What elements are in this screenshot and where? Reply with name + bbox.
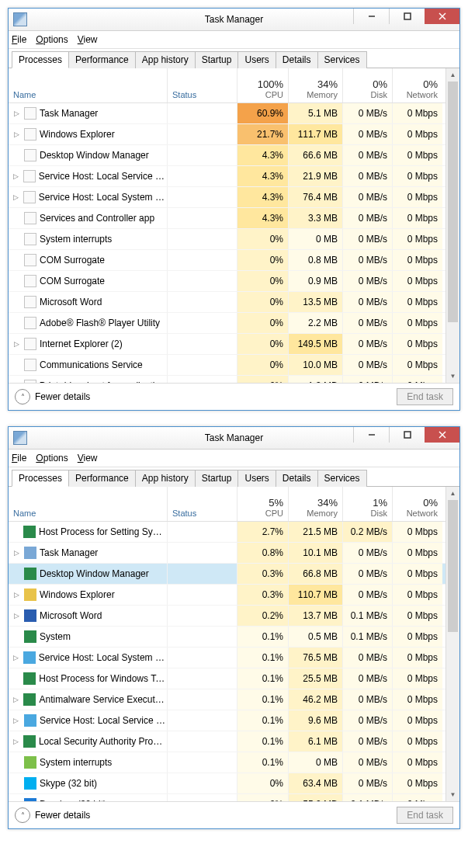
process-row[interactable]: Microsoft Word 0% 13.5 MB 0 MB/s 0 Mbps bbox=[9, 292, 445, 313]
process-row[interactable]: Dropbox (32 bit) 0% 55.0 MB 0.1 MB/s 0 M… bbox=[9, 794, 445, 801]
menu-options[interactable]: Options bbox=[36, 34, 68, 45]
tab-app-history[interactable]: App history bbox=[135, 470, 196, 487]
process-row[interactable]: ▷ Task Manager 60.9% 5.1 MB 0 MB/s 0 Mbp… bbox=[9, 103, 445, 124]
process-row[interactable]: ▷ Local Security Authority Process... 0.… bbox=[9, 731, 445, 752]
tab-users[interactable]: Users bbox=[237, 470, 276, 487]
expand-icon[interactable]: ▷ bbox=[12, 717, 21, 724]
expand-icon[interactable]: ▷ bbox=[12, 193, 20, 201]
col-disk[interactable]: 1% Disk bbox=[343, 487, 393, 521]
fewer-details-button[interactable]: ˄ Fewer details bbox=[15, 389, 90, 404]
process-row[interactable]: Desktop Window Manager 4.3% 66.6 MB 0 MB… bbox=[9, 145, 445, 166]
expand-icon[interactable]: ▷ bbox=[12, 172, 20, 180]
tab-performance[interactable]: Performance bbox=[68, 51, 136, 68]
process-row[interactable]: Services and Controller app 4.3% 3.3 MB … bbox=[9, 208, 445, 229]
memory-label: Memory bbox=[307, 509, 338, 518]
col-memory[interactable]: 34% Memory bbox=[289, 68, 343, 102]
expand-icon[interactable]: ▷ bbox=[12, 738, 20, 745]
process-row[interactable]: ▷ Internet Explorer (2) 0% 149.5 MB 0 MB… bbox=[9, 334, 445, 355]
network-value: 0 Mbps bbox=[407, 150, 438, 161]
tab-details[interactable]: Details bbox=[276, 470, 318, 487]
scroll-thumb[interactable] bbox=[448, 500, 458, 632]
process-row[interactable]: COM Surrogate 0% 0.9 MB 0 MB/s 0 Mbps bbox=[9, 271, 445, 292]
maximize-button[interactable] bbox=[389, 427, 425, 443]
process-row[interactable]: System interrupts 0% 0 MB 0 MB/s 0 Mbps bbox=[9, 229, 445, 250]
scroll-up-icon[interactable]: ▲ bbox=[446, 487, 459, 500]
menu-file[interactable]: File bbox=[12, 34, 26, 45]
titlebar[interactable]: Task Manager bbox=[9, 427, 459, 450]
cell-disk: 0 MB/s bbox=[343, 689, 393, 710]
app-icon bbox=[13, 12, 27, 26]
tab-services[interactable]: Services bbox=[317, 470, 367, 487]
process-row[interactable]: Print driver host for applications 0% 1.… bbox=[9, 376, 445, 383]
expand-icon[interactable]: ▷ bbox=[12, 591, 21, 599]
process-row[interactable]: Host Process for Setting Synchr... 2.7% … bbox=[9, 522, 445, 543]
process-row[interactable]: COM Surrogate 0% 0.8 MB 0 MB/s 0 Mbps bbox=[9, 250, 445, 271]
process-row[interactable]: System 0.1% 0.5 MB 0.1 MB/s 0 Mbps bbox=[9, 627, 445, 648]
maximize-button[interactable] bbox=[389, 9, 425, 24]
col-disk[interactable]: 0% Disk bbox=[343, 68, 393, 102]
expand-icon[interactable]: ▷ bbox=[12, 549, 21, 557]
menu-view[interactable]: View bbox=[78, 34, 98, 45]
scroll-down-icon[interactable]: ▼ bbox=[446, 370, 459, 383]
process-row[interactable]: ▷ Windows Explorer 0.3% 110.7 MB 0 MB/s … bbox=[9, 585, 445, 606]
titlebar[interactable]: Task Manager bbox=[9, 9, 459, 31]
end-task-button[interactable]: End task bbox=[397, 388, 453, 405]
tab-details[interactable]: Details bbox=[276, 51, 318, 68]
menu-file[interactable]: File bbox=[12, 453, 26, 464]
expand-icon[interactable]: ▷ bbox=[12, 612, 21, 620]
col-network[interactable]: 0% Network bbox=[393, 487, 442, 521]
minimize-button[interactable] bbox=[353, 427, 389, 443]
menu-view[interactable]: View bbox=[78, 453, 98, 464]
col-network[interactable]: 0% Network bbox=[393, 68, 442, 102]
close-button[interactable] bbox=[425, 9, 459, 24]
end-task-button[interactable]: End task bbox=[397, 807, 453, 824]
close-button[interactable] bbox=[425, 427, 459, 443]
expand-icon[interactable]: ▷ bbox=[12, 696, 20, 703]
scroll-track[interactable] bbox=[446, 500, 459, 788]
process-row[interactable]: ▷ Service Host: Local System (Net... 4.3… bbox=[9, 187, 445, 208]
col-status[interactable]: Status bbox=[168, 68, 237, 102]
fewer-details-button[interactable]: ˄ Fewer details bbox=[15, 807, 90, 823]
tab-performance[interactable]: Performance bbox=[68, 470, 136, 487]
process-row[interactable]: Adobe® Flash® Player Utility 0% 2.2 MB 0… bbox=[9, 313, 445, 334]
scroll-up-icon[interactable]: ▲ bbox=[446, 68, 459, 82]
tab-startup[interactable]: Startup bbox=[195, 470, 239, 487]
minimize-button[interactable] bbox=[353, 9, 389, 24]
menu-options[interactable]: Options bbox=[36, 453, 68, 464]
process-row[interactable]: ▷ Task Manager 0.8% 10.1 MB 0 MB/s 0 Mbp… bbox=[9, 543, 445, 564]
tab-services[interactable]: Services bbox=[317, 51, 367, 68]
tab-app-history[interactable]: App history bbox=[135, 51, 196, 68]
scroll-down-icon[interactable]: ▼ bbox=[446, 788, 459, 801]
process-row[interactable]: Host Process for Windows Tasks 0.1% 25.5… bbox=[9, 668, 445, 689]
cell-network: 0 Mbps bbox=[393, 334, 442, 354]
process-row[interactable]: ▷ Service Host: Local Service (7) 0.1% 9… bbox=[9, 710, 445, 731]
process-row[interactable]: Skype (32 bit) 0% 63.4 MB 0 MB/s 0 Mbps bbox=[9, 773, 445, 794]
expand-icon[interactable]: ▷ bbox=[12, 340, 21, 348]
col-status[interactable]: Status bbox=[168, 487, 237, 521]
process-row[interactable]: System interrupts 0.1% 0 MB 0 MB/s 0 Mbp… bbox=[9, 752, 445, 773]
expand-icon[interactable]: ▷ bbox=[12, 130, 21, 138]
tab-startup[interactable]: Startup bbox=[195, 51, 239, 68]
col-memory[interactable]: 34% Memory bbox=[289, 487, 343, 521]
expand-icon[interactable]: ▷ bbox=[12, 654, 20, 661]
process-row[interactable]: ▷ Antimalware Service Executable 0.1% 46… bbox=[9, 689, 445, 710]
vertical-scrollbar[interactable]: ▲ ▼ bbox=[445, 487, 459, 801]
scroll-track[interactable] bbox=[446, 82, 459, 370]
col-name[interactable]: Name bbox=[9, 68, 168, 102]
col-cpu[interactable]: ▼ 100% CPU bbox=[237, 68, 289, 102]
scroll-thumb[interactable] bbox=[448, 82, 458, 322]
vertical-scrollbar[interactable]: ▲ ▼ bbox=[445, 68, 459, 383]
col-name[interactable]: Name bbox=[9, 487, 168, 521]
process-row[interactable]: ▷ Service Host: Local Service (No ... 4.… bbox=[9, 166, 445, 187]
col-cpu[interactable]: ▼ 5% CPU bbox=[237, 487, 289, 521]
process-row[interactable]: Desktop Window Manager 0.3% 66.8 MB 0 MB… bbox=[9, 564, 445, 585]
tab-users[interactable]: Users bbox=[237, 51, 276, 68]
expand-icon[interactable]: ▷ bbox=[12, 109, 21, 117]
disk-value: 0 MB/s bbox=[359, 568, 387, 579]
process-row[interactable]: ▷ Windows Explorer 21.7% 111.7 MB 0 MB/s… bbox=[9, 124, 445, 145]
tab-processes[interactable]: Processes bbox=[12, 470, 69, 487]
tab-processes[interactable]: Processes bbox=[12, 51, 69, 68]
process-row[interactable]: ▷ Microsoft Word 0.2% 13.7 MB 0.1 MB/s 0… bbox=[9, 606, 445, 627]
process-row[interactable]: Communications Service 0% 10.0 MB 0 MB/s… bbox=[9, 355, 445, 376]
process-row[interactable]: ▷ Service Host: Local System (Net... 0.1… bbox=[9, 648, 445, 668]
